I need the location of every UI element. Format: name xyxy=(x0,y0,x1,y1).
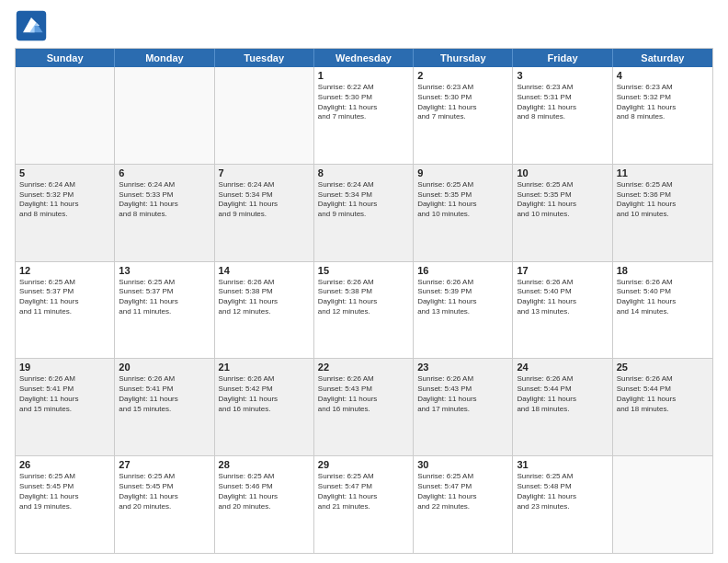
day-number: 15 xyxy=(318,265,409,276)
day-number: 2 xyxy=(417,70,508,81)
day-number: 24 xyxy=(517,362,608,373)
calendar-cell: 5Sunrise: 6:24 AM Sunset: 5:32 PM Daylig… xyxy=(16,165,115,261)
page: SundayMondayTuesdayWednesdayThursdayFrid… xyxy=(0,0,728,563)
calendar-cell: 27Sunrise: 6:25 AM Sunset: 5:45 PM Dayli… xyxy=(115,456,214,553)
day-number: 7 xyxy=(219,167,310,178)
day-number: 14 xyxy=(219,265,310,276)
day-number: 28 xyxy=(219,459,310,470)
calendar-cell: 20Sunrise: 6:26 AM Sunset: 5:41 PM Dayli… xyxy=(115,359,214,455)
calendar-cell: 7Sunrise: 6:24 AM Sunset: 5:34 PM Daylig… xyxy=(215,165,314,261)
day-info: Sunrise: 6:26 AM Sunset: 5:38 PM Dayligh… xyxy=(219,278,310,317)
calendar-row: 1Sunrise: 6:22 AM Sunset: 5:30 PM Daylig… xyxy=(16,67,712,165)
day-info: Sunrise: 6:25 AM Sunset: 5:37 PM Dayligh… xyxy=(119,278,210,317)
logo-icon xyxy=(15,9,48,42)
day-info: Sunrise: 6:26 AM Sunset: 5:44 PM Dayligh… xyxy=(617,374,709,414)
calendar-cell: 13Sunrise: 6:25 AM Sunset: 5:37 PM Dayli… xyxy=(115,262,214,359)
weekday-header-saturday: Saturday xyxy=(613,49,712,67)
day-number: 12 xyxy=(19,265,110,276)
day-number: 1 xyxy=(318,70,409,81)
calendar-cell: 16Sunrise: 6:26 AM Sunset: 5:39 PM Dayli… xyxy=(414,262,513,359)
day-info: Sunrise: 6:26 AM Sunset: 5:40 PM Dayligh… xyxy=(617,278,709,317)
day-info: Sunrise: 6:26 AM Sunset: 5:41 PM Dayligh… xyxy=(19,374,110,414)
day-info: Sunrise: 6:24 AM Sunset: 5:34 PM Dayligh… xyxy=(219,180,310,220)
calendar-cell xyxy=(613,456,712,553)
day-info: Sunrise: 6:26 AM Sunset: 5:44 PM Dayligh… xyxy=(517,374,608,414)
calendar-body: 1Sunrise: 6:22 AM Sunset: 5:30 PM Daylig… xyxy=(16,67,712,553)
day-number: 10 xyxy=(517,167,608,178)
day-number: 31 xyxy=(517,459,608,470)
day-info: Sunrise: 6:25 AM Sunset: 5:47 PM Dayligh… xyxy=(417,472,508,511)
calendar-cell: 12Sunrise: 6:25 AM Sunset: 5:37 PM Dayli… xyxy=(16,262,115,359)
day-info: Sunrise: 6:25 AM Sunset: 5:35 PM Dayligh… xyxy=(517,180,608,220)
weekday-header-tuesday: Tuesday xyxy=(215,49,314,67)
calendar-cell: 25Sunrise: 6:26 AM Sunset: 5:44 PM Dayli… xyxy=(613,359,712,455)
calendar-cell: 6Sunrise: 6:24 AM Sunset: 5:33 PM Daylig… xyxy=(115,165,214,261)
day-number: 8 xyxy=(318,167,409,178)
calendar-cell: 10Sunrise: 6:25 AM Sunset: 5:35 PM Dayli… xyxy=(513,165,612,261)
calendar-cell xyxy=(16,67,115,164)
day-number: 4 xyxy=(617,70,709,81)
calendar-cell: 26Sunrise: 6:25 AM Sunset: 5:45 PM Dayli… xyxy=(16,456,115,553)
calendar-row: 12Sunrise: 6:25 AM Sunset: 5:37 PM Dayli… xyxy=(16,262,712,360)
day-info: Sunrise: 6:26 AM Sunset: 5:42 PM Dayligh… xyxy=(219,374,310,414)
day-info: Sunrise: 6:25 AM Sunset: 5:37 PM Dayligh… xyxy=(19,278,110,317)
calendar-cell: 1Sunrise: 6:22 AM Sunset: 5:30 PM Daylig… xyxy=(314,67,414,164)
calendar-cell xyxy=(115,67,214,164)
day-info: Sunrise: 6:25 AM Sunset: 5:35 PM Dayligh… xyxy=(417,180,508,220)
day-info: Sunrise: 6:22 AM Sunset: 5:30 PM Dayligh… xyxy=(318,83,409,122)
day-number: 16 xyxy=(417,265,508,276)
day-info: Sunrise: 6:26 AM Sunset: 5:39 PM Dayligh… xyxy=(417,278,508,317)
weekday-header-monday: Monday xyxy=(115,49,214,67)
day-info: Sunrise: 6:25 AM Sunset: 5:45 PM Dayligh… xyxy=(19,472,110,511)
day-number: 26 xyxy=(19,459,110,470)
calendar-cell: 19Sunrise: 6:26 AM Sunset: 5:41 PM Dayli… xyxy=(16,359,115,455)
day-info: Sunrise: 6:26 AM Sunset: 5:40 PM Dayligh… xyxy=(517,278,608,317)
day-info: Sunrise: 6:26 AM Sunset: 5:38 PM Dayligh… xyxy=(318,278,409,317)
day-info: Sunrise: 6:24 AM Sunset: 5:34 PM Dayligh… xyxy=(318,180,409,220)
calendar-cell: 11Sunrise: 6:25 AM Sunset: 5:36 PM Dayli… xyxy=(613,165,712,261)
calendar-cell: 29Sunrise: 6:25 AM Sunset: 5:47 PM Dayli… xyxy=(314,456,414,553)
calendar-cell: 14Sunrise: 6:26 AM Sunset: 5:38 PM Dayli… xyxy=(215,262,314,359)
weekday-header-thursday: Thursday xyxy=(414,49,513,67)
day-number: 21 xyxy=(219,362,310,373)
calendar-cell: 8Sunrise: 6:24 AM Sunset: 5:34 PM Daylig… xyxy=(314,165,414,261)
day-number: 20 xyxy=(119,362,210,373)
day-number: 18 xyxy=(617,265,709,276)
weekday-header-friday: Friday xyxy=(513,49,612,67)
day-number: 9 xyxy=(417,167,508,178)
calendar-cell: 22Sunrise: 6:26 AM Sunset: 5:43 PM Dayli… xyxy=(314,359,414,455)
day-info: Sunrise: 6:23 AM Sunset: 5:31 PM Dayligh… xyxy=(517,83,608,122)
calendar-row: 5Sunrise: 6:24 AM Sunset: 5:32 PM Daylig… xyxy=(16,165,712,262)
day-number: 27 xyxy=(119,459,210,470)
calendar-cell: 28Sunrise: 6:25 AM Sunset: 5:46 PM Dayli… xyxy=(215,456,314,553)
calendar-cell: 24Sunrise: 6:26 AM Sunset: 5:44 PM Dayli… xyxy=(513,359,612,455)
day-number: 23 xyxy=(417,362,508,373)
day-number: 22 xyxy=(318,362,409,373)
day-info: Sunrise: 6:24 AM Sunset: 5:33 PM Dayligh… xyxy=(119,180,210,220)
day-number: 5 xyxy=(19,167,110,178)
day-info: Sunrise: 6:25 AM Sunset: 5:36 PM Dayligh… xyxy=(617,180,709,220)
calendar-header: SundayMondayTuesdayWednesdayThursdayFrid… xyxy=(16,49,712,67)
day-info: Sunrise: 6:26 AM Sunset: 5:43 PM Dayligh… xyxy=(318,374,409,414)
calendar-row: 26Sunrise: 6:25 AM Sunset: 5:45 PM Dayli… xyxy=(16,456,712,553)
calendar-row: 19Sunrise: 6:26 AM Sunset: 5:41 PM Dayli… xyxy=(16,359,712,456)
day-info: Sunrise: 6:26 AM Sunset: 5:43 PM Dayligh… xyxy=(417,374,508,414)
calendar: SundayMondayTuesdayWednesdayThursdayFrid… xyxy=(15,48,713,554)
calendar-cell xyxy=(215,67,314,164)
day-number: 30 xyxy=(417,459,508,470)
calendar-cell: 3Sunrise: 6:23 AM Sunset: 5:31 PM Daylig… xyxy=(513,67,612,164)
day-info: Sunrise: 6:25 AM Sunset: 5:48 PM Dayligh… xyxy=(517,472,608,511)
calendar-cell: 15Sunrise: 6:26 AM Sunset: 5:38 PM Dayli… xyxy=(314,262,414,359)
day-info: Sunrise: 6:24 AM Sunset: 5:32 PM Dayligh… xyxy=(19,180,110,220)
day-number: 3 xyxy=(517,70,608,81)
day-info: Sunrise: 6:25 AM Sunset: 5:47 PM Dayligh… xyxy=(318,472,409,511)
day-info: Sunrise: 6:23 AM Sunset: 5:30 PM Dayligh… xyxy=(417,83,508,122)
calendar-cell: 4Sunrise: 6:23 AM Sunset: 5:32 PM Daylig… xyxy=(613,67,712,164)
logo xyxy=(15,9,51,42)
day-number: 17 xyxy=(517,265,608,276)
day-number: 29 xyxy=(318,459,409,470)
calendar-cell: 21Sunrise: 6:26 AM Sunset: 5:42 PM Dayli… xyxy=(215,359,314,455)
day-number: 11 xyxy=(617,167,709,178)
day-info: Sunrise: 6:23 AM Sunset: 5:32 PM Dayligh… xyxy=(617,83,709,122)
calendar-cell: 18Sunrise: 6:26 AM Sunset: 5:40 PM Dayli… xyxy=(613,262,712,359)
